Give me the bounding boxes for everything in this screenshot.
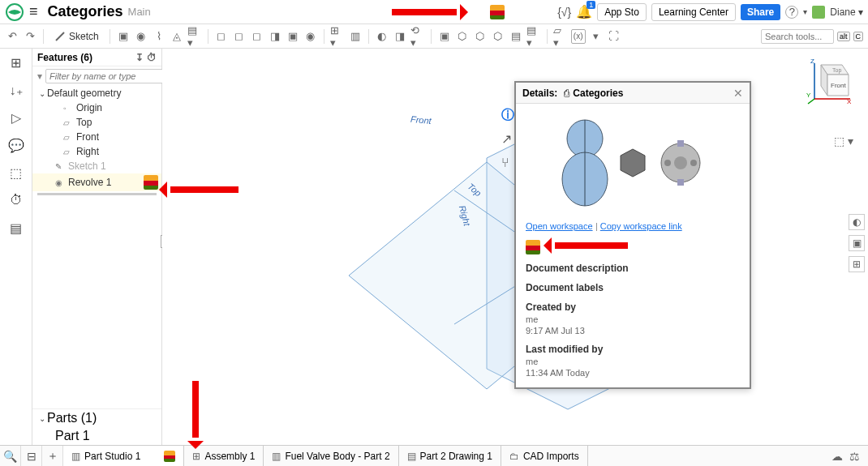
sweep-icon[interactable]: ⌇ (152, 29, 166, 44)
draft-icon[interactable]: ◻ (250, 29, 264, 44)
sketch1-node[interactable]: ✎ Sketch 1 (32, 159, 161, 173)
learning-center-button[interactable]: Learning Center (651, 3, 736, 21)
boolean-icon[interactable]: ◐ (375, 29, 389, 44)
filter-icon[interactable]: ▾ (37, 71, 42, 82)
sketch-button[interactable]: Sketch (49, 29, 104, 44)
doc-thumbnail-icon[interactable] (490, 5, 505, 19)
app-logo-icon[interactable] (5, 2, 24, 22)
chamfer-icon[interactable]: ◻ (232, 29, 247, 44)
view-cube[interactable]: Front Top Z X Y (806, 58, 853, 105)
view-cube-dropdown-icon[interactable]: ⬚ ▾ (834, 135, 853, 147)
section-view-icon[interactable]: ▾ (589, 29, 604, 44)
info-icon[interactable]: ⓘ (501, 107, 514, 120)
branch-icon[interactable]: ⑂ (501, 156, 514, 169)
front-plane-node[interactable]: ▱ Front (32, 130, 161, 144)
parts-header-node[interactable]: ⌄ Parts (1) (32, 409, 161, 427)
thicken-icon[interactable]: ▤ ▾ (187, 29, 202, 44)
configure-icon[interactable]: ⊞ (7, 53, 25, 71)
add-tab-icon[interactable]: ＋ (42, 446, 63, 467)
hole-icon[interactable]: ◉ (303, 29, 318, 44)
variable-icon[interactable]: (x) (571, 29, 586, 44)
tab-part-studio[interactable]: ▥ Part Studio 1 (63, 446, 184, 467)
part1-node[interactable]: Part 1 (32, 427, 161, 445)
origin-node[interactable]: ◦ Origin (32, 100, 161, 115)
comment-icon[interactable]: 💬 (7, 136, 25, 154)
tool-search-input[interactable] (761, 29, 834, 44)
replace-face-icon[interactable]: ⬡ (491, 29, 505, 44)
pattern-icon[interactable]: ⊞ ▾ (330, 29, 345, 44)
units-icon[interactable]: ☁ (831, 450, 843, 463)
move-face-icon[interactable]: ⬡ (473, 29, 488, 44)
share-button[interactable]: Share (741, 4, 780, 20)
svg-point-10 (664, 160, 671, 166)
origin-icon: ◦ (63, 104, 75, 113)
open-workspace-link[interactable]: Open workspace (526, 221, 593, 231)
mass-props-icon[interactable]: ⬚ (7, 164, 25, 182)
folder-icon: 🗀 (509, 451, 519, 462)
feature-filter-input[interactable] (45, 69, 166, 83)
top-plane-node[interactable]: ▱ Top (32, 115, 161, 130)
redo-icon[interactable]: ↷ (23, 29, 37, 44)
svg-line-23 (808, 99, 814, 104)
kbd-hint: alt (837, 32, 850, 41)
side-tool-1-icon[interactable]: ◐ (849, 214, 865, 230)
details-title-prefix: Details: (522, 88, 557, 99)
menu-icon[interactable]: ≡ (29, 3, 38, 20)
plane-icon: ▱ (63, 147, 75, 156)
mirror-icon[interactable]: ▥ (348, 29, 363, 44)
modified-by-value: me (526, 357, 740, 366)
shell-icon[interactable]: ▣ (286, 29, 300, 44)
tab-thumbnail-icon (164, 451, 175, 462)
tab-drawing[interactable]: ▤ Part 2 Drawing 1 (399, 446, 501, 467)
details-thumbnail-icon[interactable] (526, 240, 540, 254)
measure-icon[interactable]: ⚖ (849, 450, 860, 463)
side-tool-2-icon[interactable]: ▣ (849, 235, 865, 251)
fillet-icon[interactable]: ◻ (214, 29, 229, 44)
plane-icon[interactable]: ▱ ▾ (553, 29, 568, 44)
modified-time-value: 11:34 AM Today (526, 368, 740, 378)
user-avatar-icon[interactable] (812, 6, 825, 19)
notifications-icon[interactable]: 🔔1 (576, 4, 592, 19)
tab-fuel-valve[interactable]: ▥ Fuel Valve Body - Part 2 (264, 446, 398, 467)
delete-face-icon[interactable]: ▣ (437, 29, 452, 44)
offset-surface-icon[interactable]: ▤ (509, 29, 523, 44)
view-selector-icon[interactable]: ⛶ (607, 29, 621, 44)
side-tool-3-icon[interactable]: ⊞ (849, 256, 865, 272)
revolve-icon[interactable]: ◉ (134, 29, 148, 44)
plane-icon: ▱ (63, 118, 75, 127)
rollback-bar[interactable] (37, 193, 157, 195)
undo-icon[interactable]: ↶ (5, 29, 19, 44)
features-header: Features (6) (37, 52, 92, 63)
split-icon[interactable]: ◨ (393, 29, 407, 44)
versions-icon[interactable]: {√} (557, 6, 571, 19)
default-geometry-node[interactable]: ⌄ Default geometry (32, 86, 161, 100)
search-tabs-icon[interactable]: 🔍 (0, 446, 21, 467)
loft-icon[interactable]: ◬ (170, 29, 184, 44)
right-plane-node[interactable]: ▱ Right (32, 144, 161, 159)
copy-workspace-link[interactable]: Copy workspace link (600, 221, 682, 231)
details-panel: ⓘ ↗ ⑂ Details: ⎙ Categories ✕ Open works… (514, 81, 751, 389)
other-op-icon[interactable]: ▤ ▾ (526, 29, 541, 44)
user-name[interactable]: Diane ▾ (830, 6, 863, 18)
extrude-icon[interactable]: ▣ (116, 29, 131, 44)
part-studio-icon: ▥ (272, 451, 281, 462)
tab-cad-imports[interactable]: 🗀 CAD Imports (501, 446, 588, 467)
rib-icon[interactable]: ◨ (268, 29, 282, 44)
part-studio-icon: ▥ (71, 451, 80, 462)
modify-fillet-icon[interactable]: ⬡ (455, 29, 470, 44)
tab-manager-icon[interactable]: ⊟ (21, 446, 42, 467)
branch-name[interactable]: Main (128, 6, 151, 18)
app-store-button[interactable]: App Sto (597, 3, 647, 21)
rollback-icon[interactable]: ↧ (135, 52, 144, 63)
bom-icon[interactable]: ▤ (7, 219, 25, 237)
timer-icon[interactable]: ⏱ (7, 191, 25, 209)
add-feature-icon[interactable]: ↓₊ (7, 81, 25, 99)
created-by-value: me (526, 314, 740, 324)
suppress-icon[interactable]: ⏱ (147, 52, 157, 63)
share-link-icon[interactable]: ↗ (501, 131, 514, 144)
revolve1-node[interactable]: ◉ Revolve 1 (32, 173, 161, 191)
close-icon[interactable]: ✕ (733, 87, 743, 100)
select-icon[interactable]: ▷ (7, 109, 25, 126)
transform-icon[interactable]: ⟲ ▾ (410, 29, 425, 44)
help-icon[interactable]: ? (785, 6, 798, 19)
